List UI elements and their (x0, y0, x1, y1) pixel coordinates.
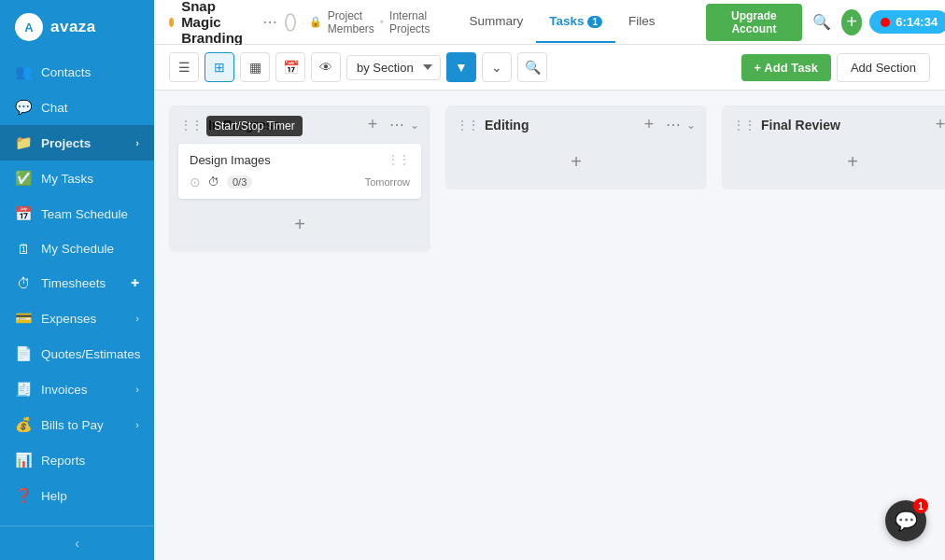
tab-files[interactable]: Files (615, 1, 669, 43)
sidebar-item-label: Timesheets (41, 276, 106, 290)
sidebar-item-projects[interactable]: 📁 Projects › (0, 125, 154, 161)
sidebar-item-label: My Tasks (41, 172, 93, 186)
task-timer-icon[interactable]: ⏱ (208, 175, 219, 189)
sidebar-item-label: Projects (41, 136, 91, 150)
project-meta: 🔒 Project Members • Internal Projects (307, 9, 430, 35)
column-title-editing: Editing (485, 118, 632, 133)
tab-summary[interactable]: Summary (456, 1, 536, 43)
projects-icon: 📁 (15, 134, 32, 151)
add-section-button[interactable]: Add Section (837, 53, 930, 82)
sidebar-item-reports[interactable]: 📊 Reports (0, 442, 154, 478)
bills-arrow-icon: › (135, 419, 139, 430)
gantt-view-button[interactable]: ▦ (240, 52, 270, 82)
column-body-editing: + (445, 144, 707, 189)
sidebar-item-settings[interactable]: ⚙ Settings (0, 513, 154, 525)
column-chevron-icon[interactable]: ⌄ (410, 119, 419, 132)
status-dot (169, 18, 174, 27)
column-menu-button[interactable]: ⋯ (389, 116, 404, 133)
column-chevron-icon[interactable]: ⌄ (686, 119, 696, 132)
team-schedule-icon: 📅 (15, 205, 32, 222)
sidebar-item-label: Expenses (41, 312, 96, 326)
chat-bubble-button[interactable]: 💬 1 (885, 500, 926, 541)
chevron-right-icon: › (135, 137, 139, 148)
column-body-final-review: + (722, 144, 945, 189)
add-card-button-final-review[interactable]: + (731, 144, 945, 180)
kanban-board: ⋮⋮ In Progress + ⋯ ⌄ Start/Stop Timer De… (154, 91, 945, 560)
column-menu-button[interactable]: ⋯ (666, 116, 681, 133)
task-subtask-count: 0/3 (227, 175, 252, 189)
task-drag-handle[interactable]: ⋮⋮ (388, 153, 410, 166)
sidebar-item-help[interactable]: ❓ Help (0, 478, 154, 513)
project-more-options-button[interactable]: ⋯ (262, 13, 277, 31)
sidebar-item-label: Chat (41, 101, 68, 115)
sidebar-item-bills-to-pay[interactable]: 💰 Bills to Pay › (0, 407, 154, 442)
sidebar-item-label: Contacts (41, 65, 91, 79)
sidebar-item-label: Quotes/Estimates (41, 347, 141, 361)
list-icon: ☰ (178, 60, 190, 75)
column-drag-handle[interactable]: ⋮⋮ (180, 119, 203, 132)
lock-icon: 🔒 (309, 16, 322, 28)
my-tasks-icon: ✅ (15, 170, 32, 187)
search-tasks-button[interactable]: 🔍 (517, 52, 547, 82)
sidebar-item-team-schedule[interactable]: 📅 Team Schedule (0, 196, 154, 231)
project-title: Snap Magic Branding (181, 0, 255, 46)
column-drag-handle[interactable]: ⋮⋮ (733, 119, 755, 132)
logo[interactable]: A avaza (0, 0, 154, 54)
timesheets-plus-icon: ✚ (131, 277, 139, 289)
sidebar-item-chat[interactable]: 💬 Chat (0, 90, 154, 125)
sidebar-item-label: Reports (41, 454, 85, 468)
my-schedule-icon: 🗓 (15, 241, 32, 257)
timesheets-icon: ⏱ (15, 275, 32, 291)
quotes-icon: 📄 (15, 345, 32, 362)
group-by-select[interactable]: by Section (346, 55, 441, 80)
expenses-arrow-icon: › (135, 313, 139, 324)
bills-icon: 💰 (15, 416, 32, 433)
sidebar-item-quotes-estimates[interactable]: 📄 Quotes/Estimates (0, 336, 154, 371)
logo-text: avaza (50, 18, 96, 36)
reports-icon: 📊 (15, 452, 32, 469)
column-drag-handle[interactable]: ⋮⋮ (457, 119, 479, 132)
sidebar-collapse-button[interactable]: ‹ (0, 525, 154, 560)
eye-view-button[interactable]: 👁 (311, 52, 341, 82)
column-add-button[interactable]: + (638, 115, 660, 134)
column-add-button[interactable]: + (361, 115, 384, 134)
filter-button[interactable]: ▼ (446, 52, 476, 82)
expenses-icon: 💳 (15, 310, 32, 327)
sidebar-item-my-tasks[interactable]: ✅ My Tasks (0, 161, 154, 196)
list-view-button[interactable]: ☰ (169, 52, 199, 82)
search-button[interactable]: 🔍 (810, 7, 834, 37)
add-card-button-editing[interactable]: + (455, 144, 698, 180)
board-view-button[interactable]: ⊞ (205, 52, 234, 82)
task-title[interactable]: Design Images (190, 153, 271, 167)
toolbar-right: + Add Task Add Section (741, 53, 930, 82)
project-info: Snap Magic Branding ⋯ (169, 0, 296, 46)
sidebar-item-invoices[interactable]: 🧾 Invoices › (0, 371, 154, 407)
task-complete-icon[interactable]: ⊙ (190, 175, 201, 189)
tab-tasks[interactable]: Tasks1 (536, 1, 615, 43)
search-icon: 🔍 (812, 13, 831, 31)
sidebar-item-timesheets[interactable]: ⏱ Timesheets ✚ (0, 266, 154, 301)
column-add-button[interactable]: + (929, 115, 945, 134)
add-new-button[interactable]: + (841, 9, 862, 35)
eye-icon: 👁 (319, 60, 332, 75)
sidebar-item-my-schedule[interactable]: 🗓 My Schedule (0, 231, 154, 266)
project-members-label[interactable]: Project Members (328, 9, 374, 35)
add-task-button[interactable]: + Add Task (741, 54, 831, 81)
collapse-button[interactable]: ⌄ (482, 52, 512, 82)
sidebar: A avaza 👥 Contacts 💬 Chat 📁 Projects › ✅… (0, 0, 154, 560)
toolbar: ☰ ⊞ ▦ 📅 👁 by Section ▼ ⌄ 🔍 + Add Task Ad… (154, 45, 945, 91)
invoices-icon: 🧾 (15, 381, 32, 398)
topbar-right: Upgrade Account 🔍 + 6:14:34 🕐 ⚡ 👤 (706, 4, 945, 41)
sidebar-item-contacts[interactable]: 👥 Contacts (0, 54, 154, 90)
upgrade-button[interactable]: Upgrade Account (706, 4, 803, 41)
timer-button[interactable]: 6:14:34 (869, 10, 945, 34)
logo-icon: A (15, 13, 43, 41)
column-in-progress: ⋮⋮ In Progress + ⋯ ⌄ Start/Stop Timer De… (169, 105, 430, 252)
task-due-date: Tomorrow (365, 176, 410, 188)
add-card-button-in-progress[interactable]: + (178, 206, 421, 243)
sidebar-item-expenses[interactable]: 💳 Expenses › (0, 301, 154, 336)
filter-icon: ▼ (455, 60, 468, 75)
chat-bubble-icon: 💬 (895, 510, 918, 532)
calendar-view-button[interactable]: 📅 (275, 52, 305, 82)
search-tasks-icon: 🔍 (525, 60, 541, 75)
